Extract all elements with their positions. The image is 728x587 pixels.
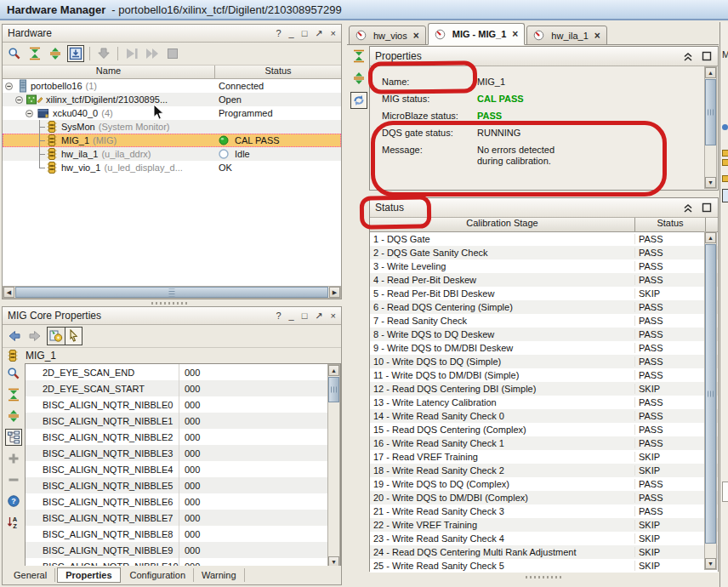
run-all-triggers-button[interactable] bbox=[144, 45, 161, 62]
status-table-row[interactable]: 7 - Read Sanity CheckPASS bbox=[370, 314, 718, 328]
status-table-row[interactable]: 14 - Write Read Sanity Check 0PASS bbox=[370, 409, 718, 423]
vscroll-thumb[interactable] bbox=[705, 244, 716, 544]
hscroll-thumb[interactable] bbox=[15, 287, 328, 298]
status-table-row[interactable]: 23 - Write Read Sanity Check 4SKIP bbox=[370, 532, 718, 545]
status-table-row[interactable]: 10 - Write DQS to DQ (Simple)PASS bbox=[370, 355, 718, 368]
dashboard-tab-mig-mig-1[interactable]: MIG - MIG_1× bbox=[428, 23, 526, 45]
plus-button[interactable] bbox=[5, 450, 22, 467]
core-property-row[interactable]: BISC_ALIGN_NQTR_NIBBLE4000 bbox=[26, 461, 340, 477]
scroll-left-button[interactable]: ◀ bbox=[3, 287, 14, 298]
maximize-button[interactable]: □ bbox=[302, 29, 308, 38]
core-property-row[interactable]: 2D_EYE_SCAN_END000 bbox=[26, 364, 340, 380]
scroll-up-button[interactable]: ▲ bbox=[705, 232, 716, 243]
hardware-hscrollbar[interactable]: ◀ ▶ bbox=[3, 286, 341, 299]
status-section-header[interactable]: Status bbox=[370, 198, 718, 218]
status-table-column-headers[interactable]: Calibration Stage Status bbox=[370, 218, 718, 232]
tree-expand-handle[interactable] bbox=[14, 95, 24, 105]
sort-az-button[interactable]: AZ bbox=[5, 514, 22, 531]
minimize-button[interactable]: _ bbox=[289, 29, 294, 38]
close-tab-icon[interactable]: × bbox=[413, 30, 419, 42]
core-property-row[interactable]: 2D_EYE_SCAN_START000 bbox=[26, 380, 340, 396]
tree-row-hw_ila_1[interactable]: hw_ila_1(u_ila_ddrx)Idle bbox=[3, 147, 341, 161]
maximize-section-icon[interactable] bbox=[701, 50, 713, 62]
close-tab-icon[interactable]: × bbox=[594, 30, 600, 42]
status-table-row[interactable]: 17 - Read VREF TrainingSKIP bbox=[370, 450, 718, 464]
status-table-row[interactable]: 25 - Write Read Sanity Check 5SKIP bbox=[370, 559, 718, 573]
status-table-row[interactable]: 21 - Write Read Sanity Check 3PASS bbox=[370, 504, 718, 518]
tree-row-MIG_1[interactable]: MIG_1(MIG)CAL PASS bbox=[3, 134, 341, 147]
dashboard-tab-hw-ila-1[interactable]: hw_ila_1× bbox=[526, 26, 606, 45]
program-device-button[interactable] bbox=[95, 45, 112, 62]
hardware-tree-column-headers[interactable]: Name Status bbox=[3, 66, 341, 79]
vscroll-thumb[interactable] bbox=[705, 79, 716, 145]
help-button[interactable]: ? bbox=[276, 29, 281, 38]
tree-expand-handle[interactable] bbox=[25, 109, 34, 118]
close-button[interactable]: × bbox=[331, 29, 336, 38]
help-button[interactable]: ? bbox=[276, 311, 281, 321]
tab-general[interactable]: General bbox=[6, 568, 55, 582]
status-table-row[interactable]: 8 - Write DQS to DQ DeskewPASS bbox=[370, 328, 718, 341]
hardware-panel-header[interactable]: Hardware ?_□↗× bbox=[3, 25, 341, 43]
core-property-row[interactable]: BISC_ALIGN_NQTR_NIBBLE0000 bbox=[26, 396, 340, 413]
tab-configuration[interactable]: Configuration bbox=[122, 568, 194, 582]
status-table-row[interactable]: 4 - Read Per-Bit DeskewPASS bbox=[370, 273, 718, 287]
core-property-row[interactable]: BISC_ALIGN_NQTR_NIBBLE2000 bbox=[26, 429, 340, 445]
core-property-row[interactable]: BISC_ALIGN_NQTR_NIBBLE6000 bbox=[26, 493, 340, 510]
core-property-row[interactable]: BISC_ALIGN_NQTR_NIBBLE7000 bbox=[26, 510, 340, 526]
core-property-row[interactable]: BISC_ALIGN_NQTR_NIBBLE1000 bbox=[26, 413, 340, 429]
core-property-row[interactable]: BISC_ALIGN_NQTR_NIBBLE9000 bbox=[26, 542, 340, 558]
collapse-all-button[interactable] bbox=[26, 45, 43, 62]
tree-row-xcku040_0[interactable]: xcku040_0(4)Programmed bbox=[3, 106, 341, 120]
tree-row-hw_vio_1[interactable]: hw_vio_1(u_led_display_d...OK bbox=[3, 161, 341, 174]
select-pointer-button[interactable] bbox=[65, 328, 82, 345]
status-table-row[interactable]: 22 - Write VREF TrainingSKIP bbox=[370, 518, 718, 532]
scroll-down-button[interactable]: ▼ bbox=[705, 558, 716, 569]
minimize-button[interactable]: _ bbox=[289, 311, 294, 321]
tree-row-portobello16[interactable]: portobello16(1)Connected bbox=[3, 79, 341, 93]
hierarchy-button[interactable] bbox=[5, 429, 22, 446]
status-table-row[interactable]: 2 - DQS Gate Sanity CheckPASS bbox=[370, 246, 718, 259]
column-header-status[interactable]: Status bbox=[215, 66, 341, 78]
close-button[interactable]: × bbox=[331, 311, 336, 321]
core-properties-vscrollbar[interactable]: ▲ ▼ bbox=[327, 364, 340, 568]
forward-button[interactable] bbox=[26, 328, 43, 345]
dashboard-tab-hw-vios[interactable]: hw_vios× bbox=[349, 26, 426, 45]
column-header-calibration-stage[interactable]: Calibration Stage bbox=[370, 218, 635, 231]
help-button[interactable]: ? bbox=[5, 493, 22, 510]
minus-button[interactable] bbox=[5, 471, 22, 488]
status-table-row[interactable]: 15 - Read DQS Centering (Complex)PASS bbox=[370, 423, 718, 436]
search-button[interactable] bbox=[6, 45, 23, 62]
search-button[interactable] bbox=[5, 365, 22, 382]
tab-properties[interactable]: Properties bbox=[57, 567, 120, 583]
expand-all-button[interactable] bbox=[47, 45, 64, 62]
section-splitter[interactable] bbox=[526, 193, 563, 196]
status-table-row[interactable]: 24 - Read DQS Centering Multi Rank Adjus… bbox=[370, 545, 718, 559]
status-table-row[interactable]: 13 - Write Latency CalibrationPASS bbox=[370, 396, 718, 409]
back-button[interactable] bbox=[6, 328, 23, 345]
status-table-row[interactable]: 20 - Write DQS to DM/DBI (Complex)PASS bbox=[370, 491, 718, 504]
status-table-row[interactable]: 11 - Write DQS to DM/DBI (Simple)PASS bbox=[370, 368, 718, 382]
status-table-row[interactable]: 12 - Read DQS Centering DBI (Simple)SKIP bbox=[370, 382, 718, 396]
float-button[interactable]: ↗ bbox=[315, 311, 322, 321]
status-table-row[interactable]: 3 - Write LevelingPASS bbox=[370, 259, 718, 273]
maximize-section-icon[interactable] bbox=[701, 202, 713, 214]
properties-vscrollbar[interactable]: ▲ ▼ bbox=[704, 66, 717, 189]
mig-properties-section-header[interactable]: Properties bbox=[370, 47, 718, 66]
float-button[interactable]: ↗ bbox=[315, 29, 322, 38]
vscroll-thumb[interactable] bbox=[328, 377, 339, 402]
auto-connect-button[interactable] bbox=[67, 45, 84, 62]
close-tab-icon[interactable]: × bbox=[512, 28, 518, 40]
status-table-row[interactable]: 1 - DQS GatePASS bbox=[370, 232, 718, 246]
horizontal-splitter[interactable] bbox=[151, 302, 189, 305]
scroll-up-button[interactable]: ▲ bbox=[328, 365, 339, 376]
status-table-row[interactable]: 18 - Write Read Sanity Check 2SKIP bbox=[370, 464, 718, 477]
status-table-row[interactable]: 16 - Write Read Sanity Check 1PASS bbox=[370, 436, 718, 450]
column-header-status[interactable]: Status bbox=[635, 218, 706, 231]
section-splitter[interactable] bbox=[526, 576, 563, 578]
core-property-row[interactable]: BISC_ALIGN_NQTR_NIBBLE8000 bbox=[26, 526, 340, 542]
run-trigger-button[interactable] bbox=[123, 45, 140, 62]
scroll-down-button[interactable]: ▼ bbox=[705, 177, 716, 188]
collapse-section-icon[interactable] bbox=[682, 50, 694, 62]
status-table-row[interactable]: 19 - Write DQS to DQ (Complex)PASS bbox=[370, 477, 718, 491]
maximize-button[interactable]: □ bbox=[302, 311, 308, 321]
